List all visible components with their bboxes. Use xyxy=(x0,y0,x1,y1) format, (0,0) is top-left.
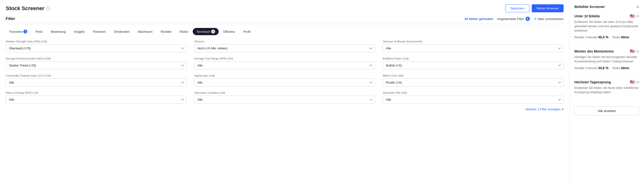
filter-group-volumen_3m: Volumen (3-Monats-Durchschnitt)Alle xyxy=(383,40,564,52)
filter-select-volumen[interactable]: Hoch (>5 Mio. Aktien) xyxy=(194,44,375,52)
reset-all-button[interactable]: ↺ Alles zurücksetzen xyxy=(534,17,564,21)
flag-icon: 🇺🇸 xyxy=(630,14,634,18)
filter-select-cci[interactable]: Alle xyxy=(6,78,187,86)
tab-label: Effizienz xyxy=(223,30,235,34)
screener-card-desc: Entdecken Sie Aktien, die heute einen er… xyxy=(574,86,639,94)
filter-select-roc[interactable]: Alle xyxy=(6,96,187,104)
tab-badge: 1 xyxy=(23,30,27,34)
filter-group-roc: Rate of Change (ROC) (1d)Alle xyxy=(6,91,187,104)
filter-group-atr: Average True Range (ATR) (14d)Alle xyxy=(194,57,375,70)
filter-label-macd: MACD (12d, 26d) xyxy=(383,74,564,77)
page-title: Stock Screener xyxy=(6,5,44,12)
filter-group-volumen: VolumenHoch (>5 Mio. Aktien) xyxy=(194,40,375,52)
tab-label: Technisch xyxy=(196,30,210,34)
tab-dividenden[interactable]: Dividenden xyxy=(110,28,133,35)
filter-group-cci: Commodity Channel Index (CCI) (14d)Alle xyxy=(6,74,187,86)
filter-select-adx[interactable]: Starker Trend (>25) xyxy=(6,62,187,70)
screener-card-title: Höchster Tagessprung xyxy=(574,80,611,84)
screener-flag-country: 🇺🇸US xyxy=(630,80,639,84)
filter-tabs: Favoriten1PreisBewertungInsightsFinanzen… xyxy=(6,28,564,35)
filter-select-highs_lows[interactable]: Alle xyxy=(194,78,375,86)
filter-group-highs_lows: Highs/Lows (14d)Alle xyxy=(194,74,375,86)
tab-label: Wachstum xyxy=(138,30,152,34)
flag-icon: 🇺🇸 xyxy=(630,49,634,54)
screener-card-unter-10: Unter 10 $/Aktie🇺🇸USEntdecken Sie Aktien… xyxy=(574,14,639,44)
tab-favoriten[interactable]: Favoriten1 xyxy=(6,28,31,35)
flag-icon: 🇺🇸 xyxy=(630,80,634,84)
tab-label: Risiko xyxy=(180,30,188,34)
screener-card-title: Meister des Momentums xyxy=(574,50,614,53)
screener-flag-country: 🇺🇸US xyxy=(630,14,639,18)
info-icon[interactable]: i xyxy=(46,6,50,10)
sidebar-header: Beliebte Screener ∧ xyxy=(574,4,639,9)
filter-label-cci: Commodity Channel Index (CCI) (14d) xyxy=(6,74,187,77)
save-button[interactable]: Speichern xyxy=(505,4,530,12)
more-filters-label: Weitere 2 Filter anzeigen xyxy=(526,108,560,111)
chevron-down-icon: ▾ xyxy=(562,108,564,111)
filter-select-macd[interactable]: Positiv (>0) xyxy=(383,78,564,86)
tab-technisch[interactable]: Technisch5 xyxy=(193,28,219,35)
see-all-button[interactable]: Alle ansehen xyxy=(574,106,639,116)
sidebar-title: Beliebte Screener xyxy=(574,4,605,9)
tab-label: Preis xyxy=(36,30,43,34)
filter-label-roc: Rate of Change (ROC) (1d) xyxy=(6,91,187,94)
screener-card-title: Unter 10 $/Aktie xyxy=(574,14,600,18)
stocks-found: 30 Aktien gefunden xyxy=(464,17,493,21)
sidebar: Beliebte Screener ∧ Unter 10 $/Aktie🇺🇸US… xyxy=(569,0,644,185)
filter-select-atr[interactable]: Alle xyxy=(194,62,375,70)
tab-label: Bewertung xyxy=(51,30,66,34)
screener-card-header: Meister des Momentums🇺🇸US xyxy=(574,49,639,54)
rendite-stat: Rendite 3 Monate 48,4 % xyxy=(574,35,608,39)
filter-actions: 30 Aktien gefunden Angewendete Filter 5 … xyxy=(464,16,564,21)
risiko-stat: Risiko Mittel xyxy=(612,66,629,70)
applied-filters-label: Angewendete Filter xyxy=(497,17,524,21)
filter-label-stochastic: Stochastic Oscillator (14d) xyxy=(194,91,375,94)
screener-stats: Rendite 3 Monate 34,6 %Risiko Mittel xyxy=(574,66,639,70)
filter-group-bull_bear: Bull/Bear Power (13d)Bullish (>0) xyxy=(383,57,564,70)
my-screener-button[interactable]: Meine Screener xyxy=(532,4,564,12)
filter-select-stochastic_rsi[interactable]: Alle xyxy=(383,96,564,104)
tab-label: Dividenden xyxy=(114,30,130,34)
tab-rendite[interactable]: Rendite xyxy=(157,28,175,35)
tab-label: Finanzen xyxy=(93,30,106,34)
more-filters-button[interactable]: Weitere 2 Filter anzeigen ▾ xyxy=(6,108,564,111)
tab-wachstum[interactable]: Wachstum xyxy=(134,28,156,35)
screener-card-tagessprung: Höchster Tagessprung🇺🇸USEntdecken Sie Ak… xyxy=(574,80,639,102)
tab-insights[interactable]: Insights xyxy=(70,28,88,35)
tab-label: Profil xyxy=(243,30,250,34)
risiko-stat: Risiko Mittel xyxy=(612,36,629,39)
applied-filters-badge: 5 xyxy=(526,16,530,21)
filter-select-stochastic[interactable]: Alle xyxy=(194,96,375,104)
tab-bewertung[interactable]: Bewertung xyxy=(47,28,69,35)
filter-select-volumen_3m[interactable]: Alle xyxy=(383,44,564,52)
filter-select-rsi[interactable]: Überkauft (>70) xyxy=(6,44,187,52)
screener-card-desc: Entdecken Sie Aktien, die unter 10 $ pro… xyxy=(574,20,639,33)
header-buttons: Speichern Meine Screener xyxy=(505,4,564,12)
country-label: US xyxy=(636,15,639,18)
filter-group-rsi: Relative Strength Index (RSI) (14d)Überk… xyxy=(6,40,187,52)
filter-label-atr: Average True Range (ATR) (14d) xyxy=(194,57,375,60)
tab-profil[interactable]: Profil xyxy=(240,28,254,35)
tab-preis[interactable]: Preis xyxy=(32,28,46,35)
filter-label-volumen: Volumen xyxy=(194,40,375,43)
tab-finanzen[interactable]: Finanzen xyxy=(89,28,109,35)
screener-card-header: Höchster Tagessprung🇺🇸US xyxy=(574,80,639,84)
tab-effizienz[interactable]: Effizienz xyxy=(220,28,239,35)
filter-label-volumen_3m: Volumen (3-Monats-Durchschnitt) xyxy=(383,40,564,43)
rendite-stat: Rendite 3 Monate 34,6 % xyxy=(574,66,608,70)
header-left: Stock Screener i xyxy=(6,5,50,12)
filter-select-bull_bear[interactable]: Bullish (>0) xyxy=(383,62,564,70)
screener-card-desc: Verfolgen Sie Aktien mit hervorragender … xyxy=(574,55,639,64)
tab-label: Rendite xyxy=(161,30,172,34)
applied-filters: Angewendete Filter 5 xyxy=(497,16,530,21)
country-label: US xyxy=(636,50,639,53)
reset-all-label: Alles zurücksetzen xyxy=(538,17,564,21)
screener-stats: Rendite 3 Monate 48,4 %Risiko Mittel xyxy=(574,35,639,39)
collapse-icon[interactable]: ∧ xyxy=(636,4,639,9)
filter-group-stochastic_rsi: Stochastic RSI (14d)Alle xyxy=(383,91,564,104)
tab-label: Insights xyxy=(74,30,85,34)
tab-badge: 5 xyxy=(211,30,215,34)
filter-label-rsi: Relative Strength Index (RSI) (14d) xyxy=(6,40,187,43)
tab-risiko[interactable]: Risiko xyxy=(176,28,192,35)
screener-flag-country: 🇺🇸US xyxy=(630,49,639,54)
